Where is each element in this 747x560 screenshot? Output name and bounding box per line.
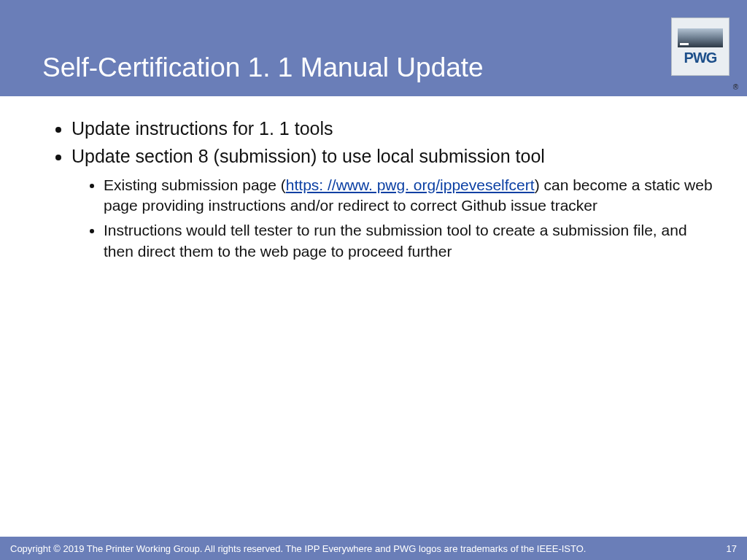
bullet-text: Update instructions for 1. 1 tools xyxy=(71,118,333,139)
slide-body: Update instructions for 1. 1 tools Updat… xyxy=(51,117,718,266)
link-selfcert[interactable]: https: //www. pwg. org/ippeveselfcert xyxy=(286,176,535,193)
sub-bullet-list: Existing submission page (https: //www. … xyxy=(71,175,718,262)
footer-page-number: 17 xyxy=(727,543,737,554)
bullet-item: Update section 8 (submission) to use loc… xyxy=(71,144,718,262)
sub-bullet-item: Existing submission page (https: //www. … xyxy=(104,175,718,217)
slide-title: Self-Certification 1. 1 Manual Update xyxy=(42,52,484,83)
pwg-logo-graphic xyxy=(678,28,723,47)
bullet-item: Update instructions for 1. 1 tools xyxy=(71,117,718,141)
sub-bullet-text: Instructions would tell tester to run th… xyxy=(104,222,687,259)
slide-header: Self-Certification 1. 1 Manual Update xyxy=(0,0,747,96)
pwg-logo-text: PWG xyxy=(684,50,717,65)
registered-mark: ® xyxy=(733,83,738,91)
bullet-text: Update section 8 (submission) to use loc… xyxy=(71,146,545,166)
bullet-list: Update instructions for 1. 1 tools Updat… xyxy=(51,117,718,262)
footer-copyright: Copyright © 2019 The Printer Working Gro… xyxy=(10,543,586,554)
slide-footer: Copyright © 2019 The Printer Working Gro… xyxy=(0,537,747,560)
pwg-logo: PWG xyxy=(671,18,729,76)
sub-bullet-text-pre: Existing submission page ( xyxy=(104,176,286,193)
slide: Self-Certification 1. 1 Manual Update PW… xyxy=(0,0,747,560)
sub-bullet-item: Instructions would tell tester to run th… xyxy=(104,220,718,262)
